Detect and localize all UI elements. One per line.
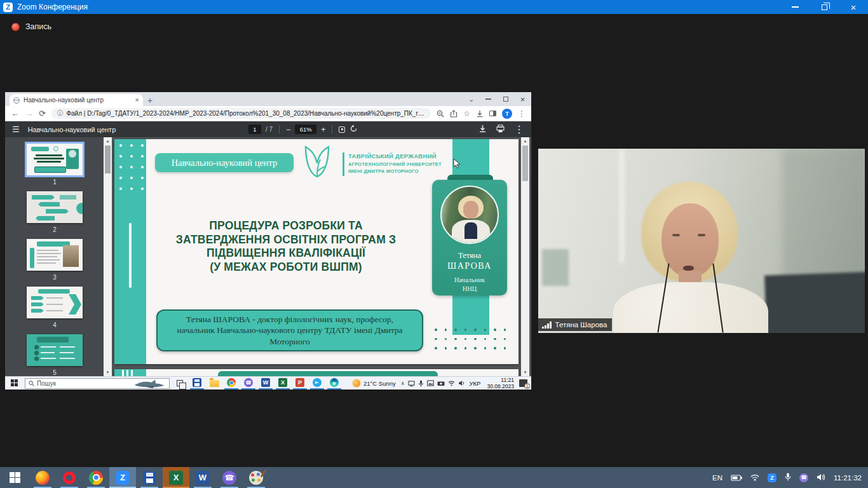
microphone-icon[interactable] xyxy=(785,472,791,484)
thumbnail-page-5[interactable] xyxy=(27,334,83,366)
tray-volume-icon[interactable] xyxy=(458,380,465,386)
taskbar-viber[interactable]: ☎ xyxy=(216,467,243,488)
taskbar-chrome[interactable] xyxy=(224,377,238,390)
taskbar-edge[interactable]: e xyxy=(327,377,341,390)
restore-button[interactable] xyxy=(810,0,839,14)
taskbar-save-app[interactable] xyxy=(136,467,163,488)
zoom-in-button[interactable]: + xyxy=(321,125,325,134)
reload-button[interactable]: ⟳ xyxy=(39,109,46,118)
recording-indicator: Запись xyxy=(11,22,51,31)
clock-date[interactable]: 11:21 30.08.2023 xyxy=(487,377,514,390)
thumbnail-page-2[interactable] xyxy=(27,191,83,223)
rotate-icon[interactable] xyxy=(349,124,358,135)
download-icon[interactable] xyxy=(476,110,484,118)
search-box[interactable] xyxy=(25,378,170,389)
thumb-art xyxy=(37,250,58,251)
university-name: ТАВРІЙСЬКИЙ ДЕРЖАВНИЙ АГРОТЕХНОЛОГІЧНИЙ … xyxy=(348,152,442,174)
new-tab-button[interactable]: + xyxy=(143,94,157,106)
tray-mic-icon[interactable] xyxy=(418,380,424,387)
viber-tray-icon[interactable]: ☎ xyxy=(799,473,808,482)
browser-tab[interactable]: Навчально-науковий центр × xyxy=(10,94,143,106)
thumbnail-page-1[interactable] xyxy=(27,144,83,175)
volume-icon[interactable] xyxy=(817,472,825,484)
browser-menu-icon[interactable]: ⋮ xyxy=(518,110,526,118)
bookmark-star-icon[interactable]: ☆ xyxy=(463,110,470,118)
thumbnail-page-3[interactable] xyxy=(27,239,83,271)
task-view-button[interactable] xyxy=(173,377,187,390)
address-bar[interactable]: ⓘ Файл | D:/Tag/0_ТДАТУ/1_2023-2024/НМР_… xyxy=(51,108,431,119)
thumb-art xyxy=(37,253,61,254)
taskbar-viber[interactable]: ☎ xyxy=(241,377,255,390)
scroll-up-icon[interactable]: ▲ xyxy=(521,137,529,145)
minimize-button[interactable] xyxy=(780,0,810,14)
participant-video[interactable]: Тетяна Шарова xyxy=(538,149,865,333)
reading-mode-icon[interactable] xyxy=(489,111,496,116)
scrollbar-thumb[interactable] xyxy=(522,146,528,181)
taskbar-telegram[interactable] xyxy=(310,377,324,390)
tray-expand-icon[interactable]: ∧ xyxy=(401,381,405,386)
taskbar-word[interactable]: W xyxy=(189,467,216,488)
slide-page-1: Навчально-науковий центр ТАВРІЙСЬКИЙ ДЕР… xyxy=(114,139,519,364)
document-scrollbar[interactable]: ▲ ▼ xyxy=(521,137,529,376)
thumbnail-scrollbar[interactable]: ▲ ▼ xyxy=(104,137,112,376)
taskbar-file-explorer[interactable] xyxy=(207,377,221,390)
search-highlight-shark-image[interactable] xyxy=(133,379,166,388)
scroll-down-icon[interactable]: ▼ xyxy=(104,369,112,376)
scroll-up-icon[interactable]: ▲ xyxy=(104,137,112,145)
profile-avatar[interactable]: T xyxy=(502,109,512,119)
scroll-down-icon[interactable]: ▼ xyxy=(521,369,529,376)
tray-snip-icon[interactable] xyxy=(427,380,434,386)
thumbnail-page-4[interactable] xyxy=(27,287,83,318)
back-button[interactable]: ← xyxy=(11,109,19,118)
taskbar-excel-attention[interactable]: X xyxy=(163,467,189,488)
taskbar-opera[interactable] xyxy=(56,467,83,488)
pdf-download-icon[interactable] xyxy=(478,124,487,135)
file-info-icon[interactable]: ⓘ xyxy=(57,109,64,118)
taskbar-paint-app[interactable] xyxy=(243,467,269,488)
fit-page-icon[interactable] xyxy=(339,126,345,133)
taskbar-excel[interactable]: X xyxy=(276,377,290,390)
weather-text[interactable]: 21°C Sunny xyxy=(363,380,396,387)
scrollbar-thumb[interactable] xyxy=(105,146,111,173)
taskbar-word[interactable]: W xyxy=(259,377,273,390)
tray-network-icon[interactable] xyxy=(448,380,455,386)
close-button[interactable]: × xyxy=(839,0,868,14)
system-clock[interactable]: 11:21:32 xyxy=(834,474,862,482)
tray-device-icon[interactable] xyxy=(408,380,415,387)
pdf-print-icon[interactable] xyxy=(496,124,505,135)
battery-icon[interactable] xyxy=(731,472,742,484)
taskbar-save-app[interactable] xyxy=(190,377,204,390)
language-indicator[interactable]: УКР xyxy=(470,380,481,387)
taskbar-firefox[interactable] xyxy=(29,467,56,488)
page-number-input[interactable]: 1 xyxy=(248,125,261,134)
thumb-art xyxy=(46,304,63,305)
system-start-button[interactable] xyxy=(0,467,29,488)
tab-search-button[interactable]: ⌄ xyxy=(463,92,480,106)
notification-center-icon[interactable]: 1 xyxy=(519,379,527,387)
forward-button[interactable]: → xyxy=(25,109,33,118)
search-input[interactable] xyxy=(37,380,130,387)
wifi-icon[interactable] xyxy=(750,472,759,484)
tab-close-icon[interactable]: × xyxy=(135,97,139,104)
tray-camera-icon[interactable] xyxy=(437,381,445,386)
pdf-menu-icon[interactable]: ☰ xyxy=(12,125,20,134)
taskbar-zoom-active[interactable]: Z xyxy=(109,467,136,488)
pdf-menu-kebab-icon[interactable]: ⋮ xyxy=(514,123,524,135)
browser-restore-button[interactable] xyxy=(497,92,514,106)
start-button[interactable] xyxy=(11,379,18,387)
zoom-tray-icon[interactable]: Z xyxy=(768,473,776,482)
language-indicator[interactable]: EN xyxy=(712,474,722,482)
zoom-page-icon[interactable] xyxy=(437,110,444,118)
zoom-meeting-window: Z Zoom Конференция × Запись Навчально-на… xyxy=(0,0,868,488)
thumbnail-number: 4 xyxy=(25,322,84,329)
taskbar-chrome[interactable] xyxy=(83,467,109,488)
thumb-art xyxy=(36,216,55,220)
share-icon[interactable] xyxy=(450,110,458,118)
weather-sun-icon[interactable] xyxy=(353,379,360,387)
thumbnail-number: 1 xyxy=(25,179,84,186)
taskbar-powerpoint[interactable]: P xyxy=(293,377,307,390)
browser-minimize-button[interactable] xyxy=(480,92,497,106)
zoom-out-button[interactable]: − xyxy=(286,125,290,134)
browser-close-button[interactable]: × xyxy=(514,92,531,106)
thumb-art xyxy=(34,158,64,159)
